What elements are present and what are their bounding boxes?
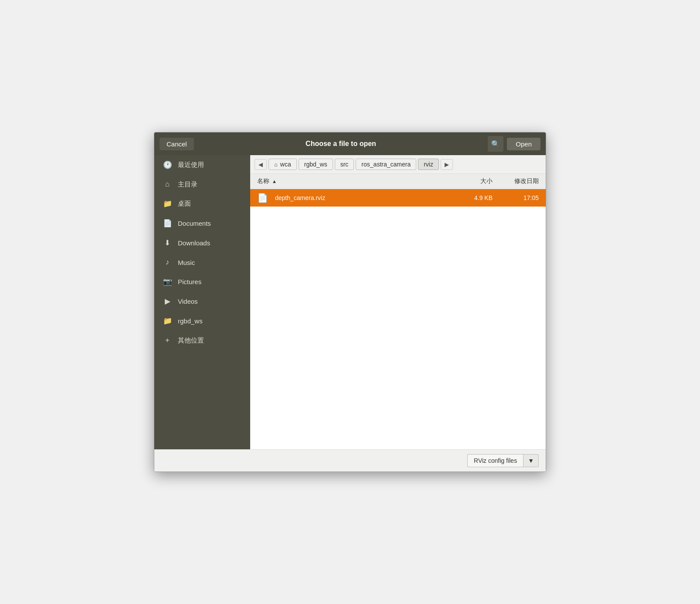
sidebar-item-music[interactable]: ♪ Music — [154, 253, 250, 272]
main-panel: ◀ ⌂ wca rgbd_ws src ros_astra_camera rvi… — [250, 155, 546, 449]
plus-icon: + — [163, 336, 172, 345]
file-type-dropdown-button[interactable]: ▼ — [523, 454, 539, 467]
search-icon: 🔍 — [491, 140, 500, 148]
download-icon: ⬇ — [163, 238, 172, 248]
clock-icon: 🕐 — [163, 160, 172, 170]
sidebar-item-label: 最近使用 — [178, 161, 204, 169]
column-size: 大小 — [459, 174, 498, 189]
search-button[interactable]: 🔍 — [488, 136, 503, 152]
video-icon: ▶ — [163, 297, 172, 306]
file-date: 17:05 — [498, 190, 546, 206]
sidebar-item-label: Downloads — [178, 239, 210, 247]
sidebar-item-label: Music — [178, 259, 195, 266]
dialog-title: Choose a file to open — [194, 140, 488, 148]
sidebar-item-label: 其他位置 — [178, 336, 204, 345]
music-icon: ♪ — [163, 258, 172, 267]
file-chooser-dialog: Cancel Choose a file to open 🔍 Open 🕐 最近… — [154, 132, 546, 472]
folder-icon-2: 📁 — [163, 316, 172, 326]
sidebar-item-downloads[interactable]: ⬇ Downloads — [154, 233, 250, 253]
breadcrumb-wca[interactable]: ⌂ wca — [268, 159, 297, 170]
file-list: 📄 depth_camera.rviz 4.9 KB 17:05 — [250, 189, 546, 449]
breadcrumb-label: wca — [280, 161, 291, 168]
column-name-label: 名称 — [257, 177, 269, 185]
sidebar-item-rgbd-ws[interactable]: 📁 rgbd_ws — [154, 311, 250, 331]
sidebar-item-documents[interactable]: 📄 Documents — [154, 214, 250, 233]
sidebar-item-label: Videos — [178, 298, 198, 305]
breadcrumb-label: src — [340, 161, 349, 168]
column-name[interactable]: 名称 ▲ — [250, 174, 459, 189]
sidebar-item-pictures[interactable]: 📷 Pictures — [154, 272, 250, 292]
sidebar-item-label: Documents — [178, 220, 211, 227]
sidebar-item-videos[interactable]: ▶ Videos — [154, 292, 250, 311]
breadcrumb-ros-astra-camera[interactable]: ros_astra_camera — [356, 159, 416, 170]
column-date: 修改日期 — [498, 174, 546, 189]
breadcrumb-back-button[interactable]: ◀ — [255, 159, 267, 170]
file-icon: 📄 — [250, 189, 272, 207]
folder-icon: 📁 — [163, 199, 172, 208]
breadcrumb-label: ros_astra_camera — [361, 161, 411, 168]
sidebar-item-label: rgbd_ws — [178, 317, 203, 325]
breadcrumb-rviz[interactable]: rviz — [418, 159, 439, 170]
file-name: depth_camera.rviz — [272, 190, 459, 206]
sidebar-item-other[interactable]: + 其他位置 — [154, 331, 250, 350]
breadcrumb-label: rgbd_ws — [304, 161, 327, 168]
sidebar-item-label: 主目录 — [178, 180, 197, 189]
camera-icon: 📷 — [163, 277, 172, 286]
sidebar: 🕐 最近使用 ⌂ 主目录 📁 桌面 📄 Documents ⬇ Download… — [154, 155, 250, 449]
breadcrumb-rgbd-ws[interactable]: rgbd_ws — [299, 159, 333, 170]
file-type-label: RViz config files — [467, 454, 523, 467]
breadcrumb-label: rviz — [424, 161, 433, 168]
file-list-header: 名称 ▲ 大小 修改日期 — [250, 174, 546, 189]
dialog-header: Cancel Choose a file to open 🔍 Open — [154, 132, 546, 155]
file-type-selector: RViz config files ▼ — [467, 454, 539, 467]
cancel-button[interactable]: Cancel — [160, 138, 194, 150]
dialog-body: 🕐 最近使用 ⌂ 主目录 📁 桌面 📄 Documents ⬇ Download… — [154, 155, 546, 449]
dialog-footer: RViz config files ▼ — [154, 449, 546, 472]
sidebar-item-label: Pictures — [178, 278, 201, 285]
breadcrumb-src[interactable]: src — [335, 159, 354, 170]
breadcrumb: ◀ ⌂ wca rgbd_ws src ros_astra_camera rvi… — [250, 155, 546, 174]
sidebar-item-recent[interactable]: 🕐 最近使用 — [154, 155, 250, 175]
chevron-down-icon: ▼ — [528, 457, 534, 464]
document-icon: 📄 — [163, 219, 172, 228]
open-button[interactable]: Open — [507, 138, 540, 150]
sidebar-item-home[interactable]: ⌂ 主目录 — [154, 175, 250, 194]
sort-desc-icon: ▲ — [272, 179, 277, 184]
file-size: 4.9 KB — [459, 190, 498, 206]
table-row[interactable]: 📄 depth_camera.rviz 4.9 KB 17:05 — [250, 189, 546, 207]
sidebar-item-desktop[interactable]: 📁 桌面 — [154, 194, 250, 214]
header-actions: 🔍 Open — [488, 136, 540, 152]
home-icon: ⌂ — [163, 180, 172, 189]
breadcrumb-forward-button[interactable]: ▶ — [441, 159, 453, 170]
home-breadcrumb-icon: ⌂ — [274, 161, 278, 168]
sidebar-item-label: 桌面 — [178, 200, 191, 208]
